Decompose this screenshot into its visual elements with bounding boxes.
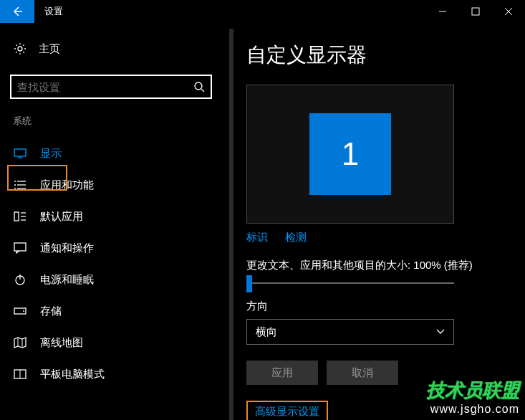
chevron-down-icon [436, 329, 445, 335]
slider-thumb[interactable] [246, 275, 252, 292]
sidebar-item-label: 应用和功能 [40, 178, 94, 192]
window-title: 设置 [44, 5, 63, 18]
close-button[interactable] [492, 0, 525, 23]
orientation-label: 方向 [246, 300, 504, 313]
window-controls [426, 0, 525, 23]
back-button[interactable] [0, 0, 34, 23]
power-icon [13, 272, 27, 287]
chat-icon [13, 241, 27, 255]
maximize-button[interactable] [459, 0, 492, 23]
sidebar-item-label: 存储 [40, 305, 62, 318]
sidebar-item-label: 通知和操作 [40, 242, 94, 255]
identify-link[interactable]: 标识 [246, 231, 268, 243]
minimize-button[interactable] [426, 0, 459, 23]
svg-line-6 [201, 89, 204, 92]
list-icon [13, 178, 27, 192]
svg-rect-1 [472, 8, 479, 15]
svg-rect-19 [14, 243, 26, 251]
sidebar-item-maps[interactable]: 离线地图 [0, 327, 222, 358]
advanced-display-link[interactable]: 高级显示设置 [255, 405, 319, 417]
maximize-icon [471, 7, 480, 16]
sidebar-item-label: 默认应用 [40, 210, 83, 224]
advanced-highlight: 高级显示设置 [246, 401, 328, 420]
scrollbar[interactable] [229, 29, 233, 420]
close-icon [504, 7, 513, 16]
home-label: 主页 [39, 42, 60, 56]
cancel-button[interactable]: 取消 [327, 361, 398, 385]
monitor-tile[interactable]: 1 [309, 113, 391, 195]
sidebar-item-default-apps[interactable]: 默认应用 [0, 201, 222, 232]
gear-icon [13, 42, 27, 56]
svg-point-23 [23, 310, 24, 312]
svg-rect-7 [14, 149, 26, 156]
sidebar-item-notifications[interactable]: 通知和操作 [0, 232, 222, 264]
orientation-select[interactable]: 横向 [246, 319, 454, 345]
sidebar: 主页 系统 显示 应用和功能 默认应用 通知和操作 [0, 23, 222, 420]
svg-point-4 [18, 47, 22, 51]
scale-label: 更改文本、应用和其他项目的大小: 100% (推荐) [246, 259, 504, 272]
monitor-icon [13, 146, 27, 161]
apply-button[interactable]: 应用 [246, 361, 318, 385]
search-box[interactable] [10, 75, 212, 99]
sidebar-item-power[interactable]: 电源和睡眠 [0, 264, 222, 295]
sidebar-item-label: 离线地图 [40, 336, 83, 350]
storage-icon [13, 304, 27, 318]
scale-slider[interactable] [246, 282, 454, 284]
category-label: 系统 [0, 115, 222, 128]
sidebar-item-label: 显示 [40, 147, 62, 161]
sidebar-item-storage[interactable]: 存储 [0, 295, 222, 327]
defaults-icon [13, 209, 27, 224]
sidebar-item-display[interactable]: 显示 [0, 138, 222, 169]
search-icon [193, 81, 205, 92]
monitor-preview[interactable]: 1 [246, 85, 454, 224]
page-title: 自定义显示器 [246, 42, 504, 69]
sidebar-item-label: 平板电脑模式 [40, 368, 105, 381]
minimize-icon [438, 7, 447, 16]
sidebar-item-apps[interactable]: 应用和功能 [0, 169, 222, 201]
main-content: 自定义显示器 1 标识 检测 更改文本、应用和其他项目的大小: 100% (推荐… [222, 23, 525, 420]
map-icon [13, 335, 27, 350]
titlebar: 设置 [0, 0, 525, 23]
orientation-value: 横向 [256, 325, 277, 339]
back-arrow-icon [11, 5, 24, 18]
tablet-icon [13, 367, 27, 381]
svg-point-5 [195, 82, 202, 90]
search-input[interactable] [17, 81, 193, 93]
home-link[interactable]: 主页 [0, 36, 222, 62]
detect-link[interactable]: 检测 [285, 231, 307, 243]
sidebar-item-label: 电源和睡眠 [40, 273, 94, 287]
sidebar-item-tablet[interactable]: 平板电脑模式 [0, 358, 222, 390]
svg-rect-15 [14, 212, 19, 221]
